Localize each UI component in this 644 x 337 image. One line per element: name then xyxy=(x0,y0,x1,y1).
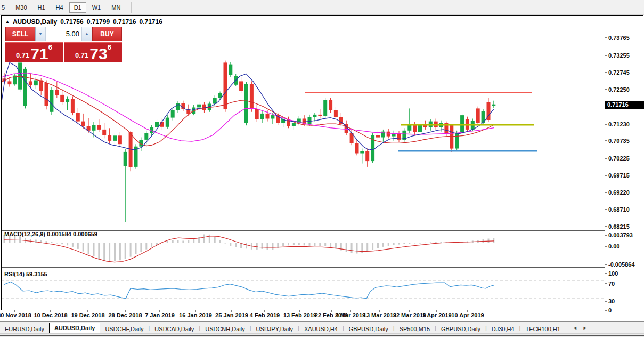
date-tick-label: 19 Dec 2018 xyxy=(71,312,105,318)
date-tick-label: 28 Dec 2018 xyxy=(109,312,142,318)
timeframe-h1[interactable]: H1 xyxy=(33,2,50,13)
ohlc-low: 0.71716 xyxy=(113,18,136,26)
timeframe-mn[interactable]: MN xyxy=(107,2,125,13)
chart-top-border xyxy=(1,15,643,16)
rsi-indicator-label: RSI(14) 59.3155 xyxy=(4,271,47,277)
timeframe-h4[interactable]: H4 xyxy=(51,2,68,13)
sell-button[interactable]: SELL xyxy=(5,27,35,41)
date-tick-label: 7 Jan 2019 xyxy=(145,312,175,318)
date-tick-label: 13 Feb 2019 xyxy=(283,312,316,318)
candlestick-series xyxy=(3,61,496,222)
volume-stepper: ▼ ▲ xyxy=(35,27,92,41)
ohlc-high: 0.71799 xyxy=(87,18,110,26)
chart-left-border xyxy=(1,15,2,310)
rsi-panel-splitter[interactable] xyxy=(2,267,605,270)
current-price-label: 0.71716 xyxy=(605,101,644,109)
date-tick-label: 1 Apr 2019 xyxy=(422,312,451,318)
date-tick-label: 10 Dec 2018 xyxy=(34,312,68,318)
triangle-up-icon: ▲ xyxy=(85,31,89,36)
rsi-tick-label: 30 xyxy=(608,298,615,304)
status-strip-line xyxy=(0,335,644,336)
axis-divider xyxy=(605,16,605,310)
tab-usdjpy-daily[interactable]: USDJPY,Daily xyxy=(251,324,298,334)
price-tick-label: 0.72250 xyxy=(608,86,630,93)
macd-signal-line xyxy=(4,236,494,262)
tab-xauusd-h4[interactable]: XAUUSD,H4 xyxy=(299,324,343,334)
ohlc-open: 0.71756 xyxy=(60,18,83,26)
date-tick-label: 13 Mar 2019 xyxy=(363,312,396,318)
price-tick-label: 0.70225 xyxy=(608,155,630,162)
volume-decrease-button[interactable]: ▼ xyxy=(36,27,46,41)
volume-increase-button[interactable]: ▲ xyxy=(81,27,92,41)
rsi-line xyxy=(4,282,494,299)
macd-tick-label: -0.005864 xyxy=(608,261,635,268)
price-tick-label: 0.69715 xyxy=(608,172,630,179)
date-tick-label: 4 Feb 2019 xyxy=(250,312,280,318)
date-tick-label: 10 Apr 2019 xyxy=(451,312,484,318)
chart-header: ▲ AUDUSD,Daily 0.71756 0.71799 0.71716 0… xyxy=(5,18,162,26)
sell-price-big: 71 xyxy=(30,47,48,61)
price-tick-label: 0.72745 xyxy=(608,69,630,76)
toolbar-separator xyxy=(131,2,132,13)
date-tick-label: 22 Mar 2019 xyxy=(393,312,426,318)
price-tick-label: 0.73765 xyxy=(608,35,630,41)
chart-bottom-border xyxy=(1,310,643,310)
one-click-trading-panel: SELL ▼ ▲ BUY 0.71 71 6 0.71 73 6 xyxy=(5,27,122,62)
tab-tech100-h1[interactable]: TECH100,H1 xyxy=(520,324,565,334)
rsi-tick-label: 0 xyxy=(608,307,612,314)
macd-tick-label: 0.003793 xyxy=(608,232,633,238)
sell-price-prefix: 0.71 xyxy=(16,51,29,59)
volume-input[interactable] xyxy=(46,27,81,41)
tab-usdchf-daily[interactable]: USDCHF,Daily xyxy=(100,324,148,334)
price-tick-label: 0.69220 xyxy=(608,189,630,196)
tab-dj30-h4[interactable]: DJ30,H4 xyxy=(487,324,519,334)
tab-sp500-m15[interactable]: SP500,M15 xyxy=(395,324,435,334)
collapse-panel-icon[interactable]: ▲ xyxy=(5,19,10,24)
tab-gbpusd-daily[interactable]: GBPUSD,Daily xyxy=(436,324,485,334)
timeframe-d1[interactable]: D1 xyxy=(69,2,86,13)
symbol-title: AUDUSD,Daily xyxy=(13,18,57,26)
rsi-tick-label: 70 xyxy=(608,280,615,287)
buy-price-big: 73 xyxy=(89,47,107,61)
buy-price-prefix: 0.71 xyxy=(75,51,88,59)
macd-indicator-label: MACD(12,26,9) 0.001584 0.000659 xyxy=(4,231,97,237)
macd-histogram xyxy=(4,235,495,262)
tab-scroll-right-icon[interactable]: ► xyxy=(583,325,588,331)
buy-price-panel[interactable]: 0.71 73 6 xyxy=(64,42,122,62)
tab-scroll-arrows: ◄► xyxy=(573,325,588,331)
rsi-tick-label: 100 xyxy=(608,270,618,277)
buy-price-pipette: 6 xyxy=(108,43,111,51)
timeframe-5[interactable]: 5 xyxy=(0,2,10,13)
ohlc-close: 0.71716 xyxy=(139,18,162,26)
tab-scroll-left-icon[interactable]: ◄ xyxy=(573,325,577,331)
date-tick-label: 16 Jan 2019 xyxy=(179,312,212,318)
price-tick-label: 0.70735 xyxy=(608,138,630,144)
tab-gbpusd-daily[interactable]: GBPUSD,Daily xyxy=(344,324,393,334)
price-tick-label: 0.68215 xyxy=(608,223,630,230)
buy-button[interactable]: BUY xyxy=(92,27,122,41)
tab-usdcnh-daily[interactable]: USDCNH,Daily xyxy=(200,324,250,334)
price-tick-label: 0.71230 xyxy=(608,121,630,127)
macd-tick-label: 0.00 xyxy=(608,243,619,250)
date-tick-label: 25 Jan 2019 xyxy=(215,312,248,318)
date-tick-label: 30 Nov 2018 xyxy=(0,312,31,318)
triangle-down-icon: ▼ xyxy=(38,31,43,36)
tab-eurusd-daily[interactable]: EURUSD,Daily xyxy=(0,324,49,334)
price-tick-label: 0.73255 xyxy=(608,52,630,59)
chart-tab-bar: EURUSD,DailyAUDUSD,DailyUSDCHF,Daily|USD… xyxy=(0,321,644,334)
sell-price-panel[interactable]: 0.71 71 6 xyxy=(5,42,63,62)
price-tick-label: 0.68710 xyxy=(608,206,630,213)
tab-audusd-daily[interactable]: AUDUSD,Daily xyxy=(49,323,100,334)
timeframe-m30[interactable]: M30 xyxy=(11,2,31,13)
tab-usdcad-daily[interactable]: USDCAD,Daily xyxy=(150,324,199,334)
trading-terminal: 5M30H1H4D1W1MN ▲ AUDUSD,Daily 0.71756 0.… xyxy=(0,0,644,337)
timeframe-w1[interactable]: W1 xyxy=(87,2,106,13)
date-tick-label: 4 Mar 2019 xyxy=(336,312,365,318)
sell-price-pipette: 6 xyxy=(48,43,52,51)
timeframe-toolbar: 5M30H1H4D1W1MN xyxy=(0,0,644,15)
